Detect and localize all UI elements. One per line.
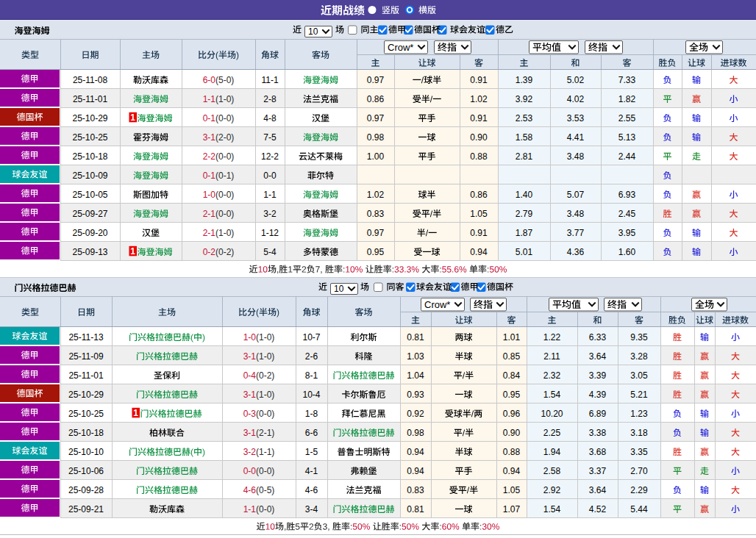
svg-text:5.01: 5.01 — [516, 247, 533, 257]
svg-text:1.07: 1.07 — [503, 504, 521, 514]
svg-text:1-0: 1-0 — [243, 332, 257, 342]
svg-text:1-8: 1-8 — [305, 409, 318, 419]
svg-text:1: 1 — [133, 408, 138, 418]
svg-text:0.97: 0.97 — [367, 113, 385, 123]
svg-text:0.94: 0.94 — [407, 466, 424, 476]
svg-text:0-0: 0-0 — [243, 466, 257, 476]
svg-text:25-11-01: 25-11-01 — [68, 370, 103, 381]
svg-text:1-12: 1-12 — [261, 228, 279, 238]
svg-text:1.00: 1.00 — [367, 151, 385, 162]
svg-text:6.89: 6.89 — [589, 409, 607, 419]
svg-text:0.93: 0.93 — [407, 390, 424, 400]
svg-text:0-2: 0-2 — [203, 247, 216, 257]
svg-text:1.54: 1.54 — [543, 504, 561, 514]
svg-text:1.02: 1.02 — [367, 190, 385, 200]
svg-text:25-10-25: 25-10-25 — [68, 409, 104, 419]
svg-text:25-09-13: 25-09-13 — [72, 247, 107, 257]
svg-text:3.48: 3.48 — [567, 209, 585, 219]
svg-text:3-1: 3-1 — [243, 428, 257, 438]
svg-text:3.37: 3.37 — [589, 466, 607, 476]
svg-text:4-6: 4-6 — [305, 485, 318, 495]
svg-text:(2-1): (2-1) — [256, 428, 274, 438]
svg-text:6.33: 6.33 — [589, 332, 607, 342]
svg-text:1.40: 1.40 — [516, 190, 533, 200]
svg-text:4-6: 4-6 — [243, 485, 257, 495]
svg-text:3.64: 3.64 — [589, 351, 607, 362]
svg-text:2-2: 2-2 — [203, 151, 216, 162]
svg-text:0.88: 0.88 — [503, 447, 521, 457]
svg-text:25-10-25: 25-10-25 — [72, 132, 107, 143]
svg-text:(1-0): (1-0) — [215, 94, 234, 104]
svg-text:0-1: 0-1 — [203, 171, 216, 181]
svg-text:(0-0): (0-0) — [256, 504, 274, 514]
svg-text:1.39: 1.39 — [516, 75, 533, 85]
svg-text:25-11-09: 25-11-09 — [68, 351, 103, 362]
svg-text:2.81: 2.81 — [516, 151, 533, 162]
svg-text:1.60: 1.60 — [618, 247, 636, 257]
svg-text:(1-0): (1-0) — [215, 228, 234, 238]
svg-text:(1-1): (1-1) — [256, 447, 274, 457]
svg-text:0.92: 0.92 — [407, 409, 424, 419]
svg-text:0.83: 0.83 — [367, 209, 385, 219]
svg-text:5-4: 5-4 — [263, 247, 277, 257]
svg-text:25-11-08: 25-11-08 — [73, 75, 107, 85]
svg-text:25-10-18: 25-10-18 — [68, 428, 104, 438]
svg-text:0.94: 0.94 — [407, 447, 424, 457]
svg-text:(1-0): (1-0) — [256, 332, 274, 342]
svg-text:25-09-21: 25-09-21 — [68, 504, 104, 514]
svg-text:2-6: 2-6 — [305, 351, 318, 362]
svg-text:7.33: 7.33 — [618, 75, 636, 85]
svg-text:25-11-01: 25-11-01 — [73, 94, 107, 104]
svg-text:5.21: 5.21 — [630, 390, 648, 400]
svg-text:1.03: 1.03 — [407, 351, 424, 362]
svg-text:1.04: 1.04 — [407, 370, 424, 381]
svg-text:(0-0): (0-0) — [215, 209, 234, 219]
svg-text:4-1: 4-1 — [305, 466, 318, 476]
svg-text:1.22: 1.22 — [543, 332, 561, 342]
svg-text:3.38: 3.38 — [589, 428, 607, 438]
svg-text:4-8: 4-8 — [263, 113, 277, 123]
svg-text:11-1: 11-1 — [261, 75, 278, 85]
svg-text:2.32: 2.32 — [543, 370, 561, 381]
svg-text:0.94: 0.94 — [470, 247, 488, 257]
svg-text:1.58: 1.58 — [516, 132, 533, 143]
svg-text:6-0: 6-0 — [203, 75, 216, 85]
svg-text:8-1: 8-1 — [305, 370, 318, 381]
svg-text:0.86: 0.86 — [470, 190, 488, 200]
svg-text:1.82: 1.82 — [618, 94, 636, 104]
svg-text:25-09-27: 25-09-27 — [72, 209, 107, 219]
svg-text:10.20: 10.20 — [541, 409, 563, 419]
svg-text:1.23: 1.23 — [630, 409, 648, 419]
svg-text:1: 1 — [130, 246, 135, 257]
svg-text:25-09-28: 25-09-28 — [68, 485, 104, 495]
svg-text:(0-2): (0-2) — [256, 370, 274, 381]
svg-text:6.93: 6.93 — [618, 190, 636, 200]
svg-text:10-4: 10-4 — [302, 390, 320, 400]
svg-text:0.91: 0.91 — [470, 228, 488, 238]
svg-text:2.11: 2.11 — [543, 351, 560, 362]
svg-text:25-09-20: 25-09-20 — [72, 228, 107, 238]
svg-text:1.54: 1.54 — [543, 390, 561, 400]
svg-text:5.44: 5.44 — [630, 504, 648, 514]
svg-text:2.45: 2.45 — [618, 209, 636, 219]
svg-text:0.97: 0.97 — [367, 228, 385, 238]
svg-text:2.53: 2.53 — [516, 113, 533, 123]
svg-text:3-2: 3-2 — [263, 209, 277, 219]
svg-text:3.95: 3.95 — [618, 228, 636, 238]
svg-text:3.28: 3.28 — [630, 351, 648, 362]
svg-text:3.05: 3.05 — [630, 370, 648, 381]
svg-text:3.53: 3.53 — [567, 113, 585, 123]
svg-text:0.84: 0.84 — [503, 370, 521, 381]
svg-text:0-1: 0-1 — [203, 113, 216, 123]
svg-text:0-0: 0-0 — [263, 171, 277, 181]
svg-text:1: 1 — [130, 112, 135, 123]
svg-text:25-10-06: 25-10-06 — [68, 466, 104, 476]
svg-text:0.91: 0.91 — [470, 113, 488, 123]
svg-text:0.95: 0.95 — [503, 390, 521, 400]
svg-text:25-10-05: 25-10-05 — [72, 190, 107, 200]
svg-text:3.92: 3.92 — [516, 94, 533, 104]
svg-text:3-1: 3-1 — [203, 132, 216, 143]
svg-text:3-1: 3-1 — [243, 351, 257, 362]
svg-text:1.05: 1.05 — [470, 209, 488, 219]
svg-text:3.48: 3.48 — [567, 151, 585, 162]
